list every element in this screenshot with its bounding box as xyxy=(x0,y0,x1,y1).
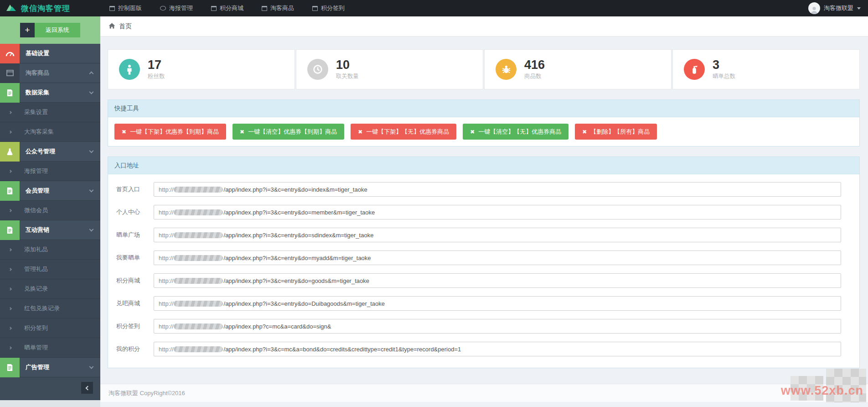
duiba-mall-url-input[interactable]: http:///app/index.php?i=3&c=entry&do=Dui… xyxy=(154,296,841,311)
sidebar-item-dataoke-collection[interactable]: 大淘客采集 xyxy=(0,122,100,142)
document-icon xyxy=(0,220,20,240)
breadcrumb-home[interactable]: 首页 xyxy=(119,22,132,31)
fire-extinguisher-icon xyxy=(684,59,705,80)
sidebar-item-member-management[interactable]: 会员管理 xyxy=(0,181,100,201)
sidebar-item-collection-settings[interactable]: 采集设置 xyxy=(0,103,100,122)
home-entry-url-input[interactable]: http:///app/index.php?i=3&c=entry&do=ind… xyxy=(154,182,841,197)
chevron-right-icon xyxy=(9,248,12,251)
points-signin-url-input[interactable]: http:///app/index.php?c=mc&a=card&do=sig… xyxy=(154,319,841,334)
topnav-points-mall[interactable]: 积分商城 xyxy=(202,0,253,16)
my-show-order-url-input[interactable]: http:///app/index.php?i=3&c=entry&do=mya… xyxy=(154,250,841,265)
top-nav: 控制面版 海报管理 积分商城 淘客商品 积分签到 xyxy=(100,0,354,16)
my-points-url-input[interactable]: http:///app/index.php?i=3&c=mc&a=bond&do… xyxy=(154,342,841,356)
chevron-right-icon xyxy=(9,307,12,310)
chevron-right-icon xyxy=(9,346,12,349)
document-icon xyxy=(0,83,20,103)
user-menu[interactable]: 淘客微联盟 xyxy=(808,2,868,14)
chevron-down-icon xyxy=(89,90,94,94)
entry-row: 积分商城 http:///app/index.php?i=3&c=entry&d… xyxy=(113,269,841,292)
censored-domain xyxy=(174,187,223,193)
entry-row: 首页入口 http:///app/index.php?i=3&c=entry&d… xyxy=(113,178,841,201)
add-button[interactable]: + xyxy=(20,23,35,37)
stat-value: 3 xyxy=(713,58,735,71)
censored-domain xyxy=(174,324,223,329)
sidebar-item-points-signin[interactable]: 积分签到 xyxy=(0,318,100,338)
remove-icon xyxy=(470,128,475,135)
back-to-system-button[interactable]: 返回系统 xyxy=(35,23,80,37)
stat-card-goods: 416 商品数 xyxy=(484,49,672,89)
sidebar-header: + 返回系统 xyxy=(0,16,100,44)
quick-tools-header: 快捷工具 xyxy=(108,100,859,117)
censored-domain xyxy=(174,255,223,261)
chevron-right-icon xyxy=(9,287,12,290)
sidebar-item-interactive-marketing[interactable]: 互动营销 xyxy=(0,220,100,240)
sidebar-item-manage-gifts[interactable]: 管理礼品 xyxy=(0,260,100,279)
sidebar-item-redpacket-exchange-records[interactable]: 红包兑换记录 xyxy=(0,299,100,318)
stats-row: 17 粉丝数 10 取关数量 xyxy=(108,49,860,89)
window-icon xyxy=(262,6,267,11)
document-icon xyxy=(0,181,20,201)
app-brand[interactable]: 微信淘客管理 xyxy=(0,3,100,14)
panel-title: 快捷工具 xyxy=(114,104,139,113)
chevron-right-icon xyxy=(9,267,12,271)
chevron-down-icon xyxy=(857,7,861,10)
chevron-right-icon xyxy=(9,169,12,172)
entry-label: 积分签到 xyxy=(113,322,154,330)
window-icon xyxy=(211,6,217,11)
entry-label: 我要晒单 xyxy=(113,254,154,262)
show-order-square-url-input[interactable]: http:///app/index.php?i=3&c=entry&do=sdi… xyxy=(154,228,841,242)
sidebar-item-taoke-goods[interactable]: 淘客商品 xyxy=(0,63,100,83)
stat-value: 17 xyxy=(148,58,165,71)
entry-label: 我的积分 xyxy=(113,345,154,353)
copyright-text: 淘客微联盟 CopyRight©2016 xyxy=(108,389,185,397)
delete-all-goods-button[interactable]: 【删除】【所有】商品 xyxy=(575,124,657,140)
stat-value: 416 xyxy=(524,58,545,71)
chevron-right-icon xyxy=(9,326,12,329)
sidebar-item-data-collection[interactable]: 数据采集 xyxy=(0,83,100,103)
chevron-up-icon xyxy=(89,71,94,76)
sidebar-item-show-order-management[interactable]: 晒单管理 xyxy=(0,338,100,358)
topnav-taoke-goods[interactable]: 淘客商品 xyxy=(253,0,303,16)
topnav-control-panel[interactable]: 控制面版 xyxy=(100,0,151,16)
stat-value: 10 xyxy=(336,58,359,71)
clear-expired-coupon-goods-button[interactable]: 一键【清空】优惠券【到期】商品 xyxy=(232,124,344,140)
remove-icon xyxy=(358,128,362,135)
entry-row: 个人中心 http:///app/index.php?i=3&c=entry&d… xyxy=(113,201,841,224)
topnav-poster-management[interactable]: 海报管理 xyxy=(151,0,202,16)
stat-label: 粉丝数 xyxy=(148,73,165,80)
sidebar-item-exchange-records[interactable]: 兑换记录 xyxy=(0,279,100,299)
sidebar-item-wechat-members[interactable]: 微信会员 xyxy=(0,201,100,220)
window-icon xyxy=(312,6,318,11)
topnav-points-signin[interactable]: 积分签到 xyxy=(303,0,354,16)
points-mall-url-input[interactable]: http:///app/index.php?i=3&c=entry&do=goo… xyxy=(154,273,841,288)
offshelf-no-coupon-goods-button[interactable]: 一键【下架】【无】优惠券商品 xyxy=(351,124,456,140)
clock-icon xyxy=(307,59,328,80)
offshelf-expired-coupon-goods-button[interactable]: 一键【下架】优惠券【到期】商品 xyxy=(114,124,226,140)
main-content: 首页 17 粉丝数 xyxy=(100,16,868,407)
stat-card-unfollow: 10 取关数量 xyxy=(296,49,483,89)
brand-logo-icon xyxy=(5,3,17,14)
member-center-url-input[interactable]: http:///app/index.php?i=3&c=entry&do=mem… xyxy=(154,205,841,219)
entry-row: 我要晒单 http:///app/index.php?i=3&c=entry&d… xyxy=(113,246,841,269)
remove-icon xyxy=(240,128,244,135)
dashboard-icon xyxy=(0,44,20,63)
sidebar-collapse-button[interactable] xyxy=(81,382,93,394)
remove-icon xyxy=(582,128,587,135)
chat-bubble-icon xyxy=(160,6,166,10)
sidebar-item-ad-management[interactable]: 广告管理 xyxy=(0,358,100,377)
censored-domain xyxy=(174,232,223,238)
sidebar-item-official-account[interactable]: 公众号管理 xyxy=(0,142,100,162)
entry-label: 首页入口 xyxy=(113,185,154,193)
sidebar-item-basic-settings[interactable]: 基础设置 xyxy=(0,44,100,63)
entry-urls-header: 入口地址 xyxy=(108,157,859,174)
entry-row: 我的积分 http:///app/index.php?i=3&c=mc&a=bo… xyxy=(113,338,841,360)
sidebar-item-poster-management[interactable]: 海报管理 xyxy=(0,162,100,181)
clear-no-coupon-goods-button[interactable]: 一键【清空】【无】优惠券商品 xyxy=(463,124,568,140)
stat-card-show-orders: 3 晒单总数 xyxy=(672,49,860,89)
panel-title: 入口地址 xyxy=(114,162,139,170)
topnav-label: 积分签到 xyxy=(321,4,345,12)
flask-icon xyxy=(0,142,20,162)
entry-urls-panel: 入口地址 首页入口 http:///app/index.php?i=3&c=en… xyxy=(108,157,860,368)
dashboard: 17 粉丝数 10 取关数量 xyxy=(100,37,868,368)
sidebar-item-add-gift[interactable]: 添加礼品 xyxy=(0,240,100,260)
